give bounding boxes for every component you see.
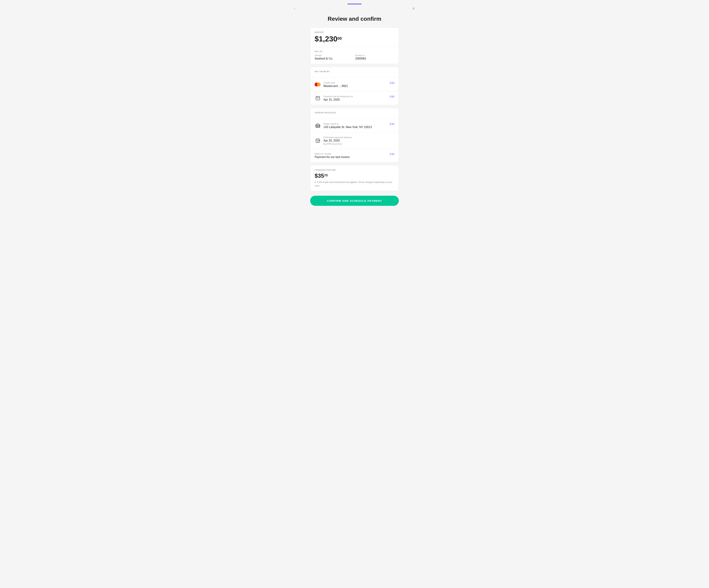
estimated-delivery-left: Estimated payment delivery Apr 20, 2020 … — [315, 136, 352, 145]
credit-card-edit-button[interactable]: Edit — [390, 81, 394, 84]
mc-circle-right — [317, 83, 321, 86]
confirm-schedule-button[interactable]: CONFIRM AND SCHEDULE PAYMENT — [310, 196, 399, 206]
transaction-fee-label: TRANSACTION FEE — [315, 169, 394, 171]
fee-note: A 2.9% credit card transaction fee appli… — [315, 180, 394, 187]
deduction-date-row: Payment will be deducted on Apr 15, 2020… — [315, 95, 394, 101]
close-button[interactable]: ✕ — [411, 5, 417, 12]
svg-point-4 — [317, 99, 318, 99]
progress-bar-container — [347, 3, 362, 4]
mastercard-icon-container — [315, 81, 321, 88]
vendor-receives-label: VENDOR RECEIVES — [315, 112, 394, 114]
vendor-receives-card: VENDOR RECEIVES Paper check to 143 Lafay… — [310, 108, 399, 162]
paper-check-row: Paper check to 143 Lafayette St. New Yor… — [315, 122, 394, 129]
mastercard-icon — [315, 82, 321, 87]
back-button[interactable]: ‹ — [292, 5, 296, 12]
memo-value: Payment for our last invoice — [315, 156, 349, 159]
svg-rect-7 — [317, 125, 318, 127]
paper-check-info: Paper check to 143 Lafayette St. New Yor… — [323, 122, 372, 129]
top-bar: ‹ ✕ — [292, 3, 417, 16]
deduction-date-label: Payment will be deducted on — [323, 95, 353, 98]
transaction-fee-amount: $3570 — [315, 172, 394, 179]
invoice-field: Invoice # 2000981 — [355, 54, 394, 60]
vendor-field: Vendor Seafood & Co. — [315, 54, 354, 60]
pay-from-section-header: PAY FROM MY — [310, 67, 399, 78]
deduction-date-edit-button[interactable]: Edit — [390, 95, 394, 98]
transaction-fee-section: TRANSACTION FEE $3570 A 2.9% credit card… — [310, 165, 399, 191]
deduction-date-value: Apr 15, 2020 — [323, 98, 353, 101]
transaction-fee-card: TRANSACTION FEE $3570 A 2.9% credit card… — [310, 165, 399, 191]
memo-info: Memo to vendor Payment for our last invo… — [315, 152, 349, 159]
bank-icon — [315, 122, 321, 129]
calendar-deduction-icon — [315, 95, 321, 101]
credit-card-value: Mastercard ....9921 — [323, 84, 348, 88]
memo-label: Memo to vendor — [315, 152, 349, 155]
invoice-label: Invoice # — [355, 54, 394, 57]
paper-check-section: Paper check to 143 Lafayette St. New Yor… — [310, 119, 399, 133]
paper-check-left: Paper check to 143 Lafayette St. New Yor… — [315, 122, 372, 129]
amount-card: AMOUNT $1,23000 PAY TO Vendor Seafood & … — [310, 27, 399, 64]
pay-from-card: PAY FROM MY Credit card Mastercard ....9… — [310, 67, 399, 105]
pay-to-grid: Vendor Seafood & Co. Invoice # 2000981 — [315, 54, 394, 60]
memo-edit-button[interactable]: Edit — [390, 152, 394, 156]
amount-value: $1,23000 — [315, 35, 394, 43]
pay-to-section: PAY TO Vendor Seafood & Co. Invoice # 20… — [310, 47, 399, 64]
credit-card-info: Credit card Mastercard ....9921 — [323, 82, 348, 88]
vendor-value: Seafood & Co. — [315, 57, 354, 60]
fee-dollars: $35 — [315, 172, 324, 179]
estimated-delivery-value: Apr 20, 2020 — [323, 139, 352, 142]
estimated-delivery-row: Estimated payment delivery Apr 20, 2020 … — [315, 136, 394, 145]
pay-from-label: PAY FROM MY — [315, 71, 394, 73]
svg-rect-0 — [316, 96, 320, 100]
fee-cents: 70 — [324, 173, 327, 177]
svg-marker-9 — [316, 123, 320, 125]
vendor-receives-header: VENDOR RECEIVES — [310, 108, 399, 119]
credit-card-left: Credit card Mastercard ....9921 — [315, 81, 348, 88]
credit-card-section: Credit card Mastercard ....9921 Edit — [310, 78, 399, 91]
paper-check-label: Paper check to — [323, 122, 372, 125]
deduction-date-info: Payment will be deducted on Apr 15, 2020 — [323, 95, 353, 101]
progress-bar — [347, 3, 362, 4]
amount-dollars: $1,230 — [315, 35, 337, 43]
pay-to-label: PAY TO — [315, 51, 394, 53]
deduction-date-section: Payment will be deducted on Apr 15, 2020… — [310, 91, 399, 105]
paper-check-edit-button[interactable]: Edit — [390, 122, 394, 125]
svg-rect-6 — [316, 125, 316, 127]
paper-check-address: 143 Lafayette St. New York, NY 10013 — [323, 125, 372, 129]
estimated-delivery-info: Estimated payment delivery Apr 20, 2020 … — [323, 136, 352, 145]
svg-rect-8 — [319, 125, 320, 127]
amount-section: AMOUNT $1,23000 — [310, 28, 399, 47]
estimated-delivery-label: Estimated payment delivery — [323, 136, 352, 139]
amount-label: AMOUNT — [315, 31, 394, 33]
amount-cents: 00 — [337, 36, 342, 41]
vendor-label: Vendor — [315, 54, 354, 57]
credit-card-label: Credit card — [323, 82, 348, 84]
deduction-date-left: Payment will be deducted on Apr 15, 2020 — [315, 95, 353, 101]
invoice-value: 2000981 — [355, 57, 394, 60]
memo-row: Memo to vendor Payment for our last invo… — [315, 152, 394, 159]
memo-section: Memo to vendor Payment for our last invo… — [310, 149, 399, 162]
credit-card-row: Credit card Mastercard ....9921 Edit — [315, 81, 394, 88]
page-title: Review and confirm — [328, 16, 381, 22]
estimated-delivery-note: By 8PM local time — [323, 143, 352, 145]
estimated-delivery-section: Estimated payment delivery Apr 20, 2020 … — [310, 133, 399, 149]
calendar-delivery-icon — [315, 137, 321, 144]
